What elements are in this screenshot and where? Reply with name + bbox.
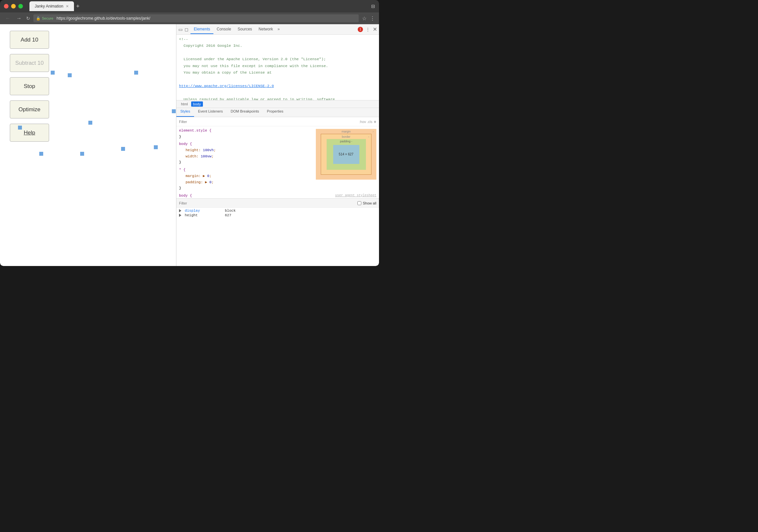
secure-icon: 🔒 — [36, 17, 41, 20]
animated-element-6 — [172, 109, 176, 113]
styles-tab-event-listeners[interactable]: Event Listeners — [194, 108, 227, 117]
main-area: Add 10 Subtract 10 Stop Optimize Help — [0, 24, 379, 266]
minimize-button[interactable] — [11, 4, 16, 9]
breadcrumb-body[interactable]: body — [191, 101, 203, 107]
box-padding: padding - 514 × 627 — [327, 139, 366, 170]
tab-sources[interactable]: Sources — [234, 25, 255, 34]
styles-filter-input[interactable] — [179, 120, 359, 124]
box-margin-label: margin — [342, 130, 351, 133]
box-border-label: border — [342, 135, 350, 138]
devtools-panel: ▭ ◻ Elements Console Sources Network » 1… — [176, 24, 379, 266]
animated-element-4 — [88, 121, 92, 125]
computed-header: Show all — [176, 199, 379, 208]
show-all-checkbox[interactable] — [358, 201, 361, 205]
code-comment-license1: Licensed under the Apache License, Versi… — [176, 56, 379, 62]
devtools-more-menu[interactable]: ⋮ — [365, 27, 370, 32]
triangle-icon-display — [179, 209, 181, 212]
computed-filter-input[interactable] — [179, 201, 358, 205]
animated-element-8 — [121, 147, 125, 151]
tab-area: Janky Animation ✕ + — [29, 1, 371, 11]
styles-tab-styles[interactable]: Styles — [176, 108, 194, 117]
animated-element-1 — [18, 126, 22, 130]
computed-row-height: height 627 — [179, 213, 376, 217]
help-button[interactable]: Help — [10, 124, 49, 142]
optimize-button[interactable]: Optimize — [10, 100, 49, 118]
code-comment-url[interactable]: http://www.apache.org/licenses/LICENSE-2… — [176, 83, 379, 89]
page-content: Add 10 Subtract 10 Stop Optimize Help — [0, 24, 176, 266]
devtools-close-button[interactable]: ✕ — [373, 26, 377, 32]
breadcrumb-bar: html body — [176, 100, 379, 108]
forward-button[interactable]: → — [15, 15, 23, 22]
tab-elements[interactable]: Elements — [190, 25, 213, 34]
maximize-button[interactable] — [18, 4, 23, 9]
window-chrome: Janky Animation ✕ + ⊟ ← → ↻ 🔒 Secure htt… — [0, 0, 379, 266]
code-comment-start: <!-- — [176, 36, 379, 43]
tab-console[interactable]: Console — [213, 25, 234, 34]
computed-prop-display-label: display — [185, 209, 200, 213]
computed-val-display: block — [225, 209, 236, 213]
bookmark-button[interactable]: ☆ — [362, 16, 366, 21]
box-model: margin - border - padding - 514 × 62 — [316, 129, 376, 180]
styles-filter-bar: :hov .cls + — [176, 117, 379, 126]
box-margin-dash-right: - — [373, 130, 374, 133]
close-button[interactable] — [4, 4, 9, 9]
elements-panel: <!-- Copyright 2016 Google Inc. Licensed… — [176, 35, 379, 100]
tab-network[interactable]: Network — [255, 25, 276, 34]
show-all-label: Show all — [362, 201, 376, 205]
style-rule-star-close: } — [179, 185, 376, 191]
devtools-header-right: 1 ⋮ ✕ — [358, 26, 377, 32]
new-tab-button[interactable]: + — [76, 3, 80, 10]
style-rule-body-ua-selector: body { user agent stylesheet — [179, 193, 376, 198]
show-all-toggle[interactable]: Show all — [358, 201, 376, 205]
animated-element-7 — [80, 152, 84, 156]
styles-tab-properties[interactable]: Properties — [263, 108, 287, 117]
animated-element-9 — [154, 145, 158, 149]
styles-area: :hov .cls + element.style { } body { — [176, 117, 379, 198]
computed-row-display: display block — [179, 209, 376, 213]
computed-prop-display: display — [179, 209, 225, 213]
toolbar-right: ⊟ — [371, 4, 375, 9]
devtools-tabs: Elements Console Sources Network » — [190, 25, 358, 34]
style-prop-padding: padding: ▶ 0; — [179, 179, 376, 185]
inspect-icon[interactable]: ▭ — [178, 27, 183, 32]
computed-val-height: 627 — [225, 213, 231, 217]
stop-button[interactable]: Stop — [10, 77, 49, 95]
code-comment-license2: you may not use this file except in comp… — [176, 63, 379, 69]
computed-rows: display block height 627 — [176, 208, 379, 218]
tab-close-icon[interactable]: ✕ — [66, 4, 69, 9]
style-rule-body-ua: body { user agent stylesheet display: bl… — [179, 193, 376, 198]
reload-button[interactable]: ↻ — [26, 16, 30, 21]
more-tabs-button[interactable]: » — [276, 25, 281, 34]
subtract-10-button[interactable]: Subtract 10 — [10, 54, 49, 72]
breadcrumb-html[interactable]: html — [179, 101, 190, 107]
styles-tabs: Styles Event Listeners DOM Breakpoints P… — [176, 108, 379, 117]
cast-icon[interactable]: ⊟ — [371, 4, 375, 9]
add-style-rule-button[interactable]: + — [374, 119, 376, 124]
url-bar[interactable]: 🔒 Secure https://googlechrome.github.io/… — [33, 15, 359, 22]
computed-prop-height-label: height — [185, 213, 198, 217]
code-comment-unless: Unless required by applicable law or agr… — [176, 96, 379, 100]
triangle-icon-height — [179, 214, 181, 217]
add-10-button[interactable]: Add 10 — [10, 31, 49, 49]
animated-element-3 — [68, 73, 72, 77]
box-margin: margin - border - padding - 514 × 62 — [316, 129, 376, 180]
secure-label: Secure — [42, 17, 53, 20]
code-comment-blank1 — [176, 50, 379, 56]
computed-section: Show all display block height — [176, 198, 379, 218]
animated-element-2 — [51, 71, 55, 75]
styles-tab-dom-breakpoints[interactable]: DOM Breakpoints — [227, 108, 263, 117]
animated-element-5 — [134, 71, 138, 75]
computed-prop-height: height — [179, 213, 225, 217]
traffic-lights — [4, 4, 23, 9]
box-content-size: 514 × 627 — [339, 152, 354, 156]
addressbar: ← → ↻ 🔒 Secure https://googlechrome.gith… — [0, 13, 379, 24]
code-comment-license3: You may obtain a copy of the License at — [176, 69, 379, 76]
menu-button[interactable]: ⋮ — [370, 16, 375, 21]
error-badge: 1 — [358, 27, 363, 32]
box-content: 514 × 627 — [333, 145, 360, 164]
device-icon[interactable]: ◻ — [185, 27, 189, 32]
back-button[interactable]: ← — [4, 15, 12, 22]
tab-janky-animation[interactable]: Janky Animation ✕ — [29, 1, 74, 11]
style-source-ua: user agent stylesheet — [335, 193, 376, 198]
code-comment-blank2 — [176, 76, 379, 83]
